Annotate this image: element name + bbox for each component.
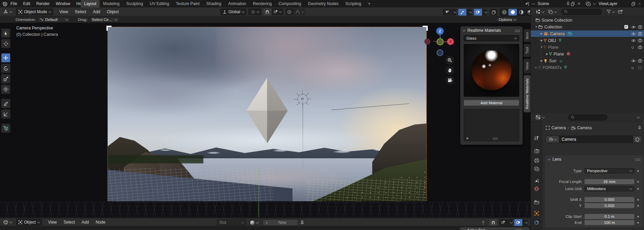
npanel-tab-tool[interactable]: Tool [524, 44, 530, 57]
transform-orientation-dropdown[interactable]: Global [220, 8, 246, 15]
unlink-scene-icon[interactable]: ✕ [576, 1, 582, 6]
material-browse-dropdown[interactable] [248, 219, 260, 226]
hide-eye-icon[interactable] [631, 32, 636, 36]
workspace-tab-uv-editing[interactable]: UV Editing [146, 0, 173, 7]
outliner-filter-dropdown[interactable] [607, 10, 615, 14]
scale-tool[interactable] [1, 74, 11, 84]
expander-icon[interactable]: ▼ [534, 25, 538, 28]
add-cube-tool[interactable] [1, 123, 11, 133]
measure-tool[interactable] [1, 109, 11, 119]
3d-viewport[interactable]: Camera Perspective (0) Collection | Came… [0, 23, 530, 217]
cursor-tool[interactable] [1, 39, 11, 48]
workspace-tab-shading[interactable]: Shading [203, 0, 225, 7]
row-label[interactable]: FORMATx [543, 65, 562, 70]
tab-view-layer[interactable] [531, 164, 542, 173]
id-name-field[interactable]: Camera [559, 136, 633, 143]
camera-data-icon[interactable] [567, 32, 572, 36]
focal-length-field[interactable]: 26 mm [584, 179, 635, 184]
proportional-editing-toggle[interactable] [285, 8, 294, 15]
hidden-eye-icon[interactable]: ∪ [631, 65, 634, 70]
tab-collection[interactable] [531, 198, 542, 207]
outliner-row-obj[interactable]: ▶ ∇ OBJ ∇ [531, 37, 644, 44]
lens-panel-header[interactable]: Lens [545, 155, 643, 163]
clip-start-field[interactable]: 0.1 m [584, 214, 635, 219]
gizmo-y-axis[interactable] [437, 38, 444, 45]
pin-icon[interactable] [566, 2, 570, 6]
shading-solid-button[interactable] [508, 9, 517, 16]
transform-tool[interactable] [1, 85, 11, 94]
hide-eye-icon[interactable] [631, 39, 636, 42]
new-viewlayer-icon[interactable] [631, 2, 636, 6]
mode-selector[interactable]: Object Mode [16, 8, 53, 15]
menu-node[interactable]: Node [92, 218, 109, 227]
disable-render-icon[interactable] [638, 25, 642, 29]
workspace-tab-compositing[interactable]: Compositing [275, 0, 305, 7]
drag-dots-icon[interactable] [635, 158, 640, 161]
menu-add[interactable]: Add [78, 218, 92, 227]
tab-output[interactable] [531, 156, 542, 165]
parent-node-icon[interactable] [479, 219, 487, 226]
shift-x-field[interactable]: 0.000 [584, 197, 635, 202]
active-tool-panel[interactable]: Active Tool [460, 227, 529, 230]
clip-end-field[interactable]: 100 m [584, 220, 635, 225]
editor-splitter[interactable] [530, 7, 531, 230]
properties-editor-type-button[interactable] [534, 114, 546, 121]
shader-editor-body[interactable] [0, 226, 530, 230]
annotate-tool[interactable] [1, 99, 11, 108]
collapse-chevron-icon[interactable] [463, 29, 465, 31]
disable-render-icon[interactable] [638, 39, 642, 42]
resize-dots-icon[interactable] [492, 137, 498, 140]
editor-type-button[interactable] [1, 8, 14, 15]
tab-object[interactable] [531, 209, 542, 218]
add-material-button[interactable]: Add Material [464, 100, 519, 106]
add-workspace-button[interactable]: + [365, 0, 374, 7]
octahedron-object[interactable] [246, 78, 288, 143]
scene-selector-chevron[interactable] [532, 2, 535, 5]
animate-dot[interactable] [637, 188, 639, 190]
menu-render[interactable]: Render [33, 0, 53, 7]
outliner-row-camera[interactable]: ▶ Camera [531, 30, 644, 37]
hide-eye-icon[interactable] [631, 25, 636, 29]
tab-scene[interactable] [531, 176, 542, 185]
material-list-box[interactable]: ▶ [464, 109, 519, 141]
lens-unit-dropdown[interactable]: Millimeters [584, 186, 635, 191]
slot-dropdown[interactable]: Slot [217, 219, 246, 226]
snap-target-dropdown[interactable] [272, 8, 283, 15]
row-label[interactable]: Plane [554, 52, 564, 56]
menu-view[interactable]: View [56, 7, 72, 16]
show-object-types-dropdown[interactable] [443, 9, 451, 16]
properties-options-chevron[interactable] [637, 115, 640, 118]
hidden-eye-icon[interactable]: ∪ [631, 45, 634, 50]
workspace-tab-layout[interactable]: Layout [81, 0, 100, 7]
collection-checkbox[interactable]: ✓ [624, 25, 628, 29]
material-preset-dropdown[interactable]: Glass [464, 35, 519, 41]
expander-icon[interactable]: ▶ [540, 59, 544, 62]
pin-id-icon[interactable] [638, 126, 641, 130]
expander-icon[interactable]: ▼ [540, 46, 544, 49]
shader-overlays-toggle[interactable] [514, 219, 522, 226]
camera-view-button[interactable] [445, 76, 454, 85]
tab-world[interactable] [531, 184, 542, 193]
workspace-tab-animation[interactable]: Animation [225, 0, 249, 7]
disable-render-icon[interactable] [638, 59, 642, 63]
animate-dot[interactable] [637, 216, 639, 217]
menu-window[interactable]: Window [53, 0, 73, 7]
new-collection-button[interactable] [618, 9, 623, 14]
tab-tool[interactable] [531, 134, 542, 142]
hide-eye-icon[interactable] [631, 59, 636, 63]
animate-dot[interactable] [637, 205, 639, 207]
mesh-data-icon[interactable]: ∇ [559, 38, 561, 43]
expander-icon[interactable]: ▶ [540, 32, 544, 35]
realtime-materials-panel-header[interactable]: Realtime Materials [460, 26, 523, 34]
viewlayer-name[interactable]: ViewLayer [597, 1, 630, 6]
new-scene-icon[interactable] [571, 2, 575, 6]
properties-search-input[interactable] [568, 114, 607, 120]
snap-toggle[interactable] [263, 8, 271, 15]
gizmo-x-neg-axis[interactable] [424, 39, 430, 45]
outliner-search-input[interactable] [561, 9, 602, 15]
npanel-tab-item[interactable]: Item [524, 29, 530, 42]
shader-editor-type-button[interactable] [1, 219, 14, 226]
lens-type-dropdown[interactable]: Perspective [584, 168, 635, 174]
proportional-falloff-dropdown[interactable] [294, 8, 305, 15]
animate-dot[interactable] [637, 222, 639, 224]
